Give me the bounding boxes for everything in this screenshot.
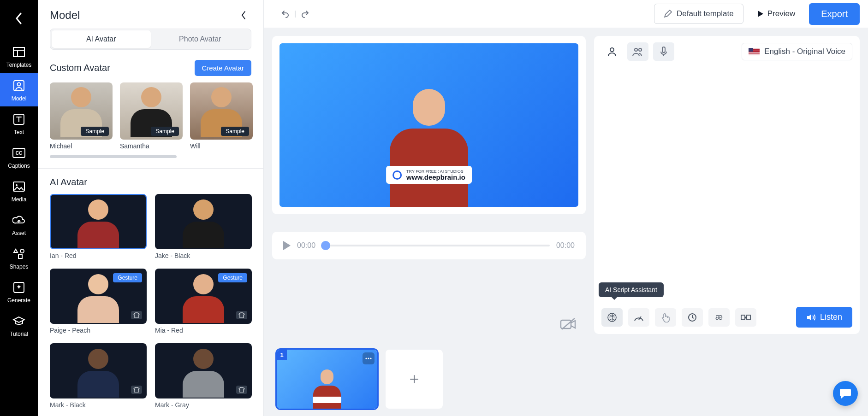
- ai-avatar-title: AI Avatar: [50, 177, 87, 187]
- nav-text[interactable]: Text: [0, 106, 38, 140]
- custom-avatar-card[interactable]: Sample Samantha: [120, 82, 183, 150]
- panel-collapse-button[interactable]: [236, 7, 251, 23]
- single-speaker-button[interactable]: [601, 42, 623, 61]
- ai-avatar-name: Mark - Black: [50, 401, 147, 409]
- custom-avatar-name: Michael: [50, 142, 113, 150]
- layout-icon: [12, 46, 25, 59]
- ai-avatar-card[interactable]: Jake - Black: [155, 194, 252, 265]
- listen-label: Listen: [820, 312, 842, 322]
- scene-menu-button[interactable]: [363, 352, 375, 364]
- ai-assist-icon: [607, 312, 617, 322]
- nav-model[interactable]: Model: [0, 73, 38, 106]
- undo-button[interactable]: [280, 9, 290, 18]
- camera-off-icon: [560, 317, 577, 331]
- nav-media[interactable]: Media: [0, 174, 38, 207]
- horizontal-scrollbar[interactable]: [50, 155, 177, 158]
- nav-label: Model: [12, 95, 27, 102]
- voice-input-button[interactable]: [653, 42, 674, 61]
- nav-label: Tutorial: [10, 331, 28, 337]
- nav-templates[interactable]: Templates: [0, 39, 38, 73]
- ai-avatar-card[interactable]: Mark - Gray: [155, 343, 252, 414]
- seek-handle[interactable]: [321, 241, 330, 250]
- ai-avatar-card[interactable]: Gesture Mia - Red: [155, 269, 252, 340]
- back-button[interactable]: [10, 9, 28, 28]
- svg-point-16: [635, 48, 637, 51]
- nav-label: Media: [12, 196, 27, 203]
- script-textarea[interactable]: [601, 65, 852, 307]
- tab-ai-avatar[interactable]: AI Avatar: [52, 30, 151, 48]
- pronunciation-button[interactable]: æ: [708, 308, 730, 327]
- svg-rect-0: [13, 47, 24, 57]
- tooltip: AI Script Assistant: [599, 282, 664, 297]
- svg-point-4: [18, 83, 21, 86]
- chat-icon: [839, 388, 851, 399]
- svg-point-25: [368, 357, 369, 359]
- scene-number: 1: [277, 350, 287, 360]
- custom-avatar-name: Will: [190, 142, 253, 150]
- translate-button[interactable]: [735, 308, 756, 327]
- shirt-icon: [236, 386, 247, 394]
- ai-avatar-card[interactable]: Gesture Paige - Peach: [50, 269, 147, 340]
- svg-point-17: [639, 48, 642, 51]
- svg-point-15: [610, 48, 614, 52]
- speaker-icon: [806, 313, 815, 322]
- plus-icon: [410, 375, 419, 384]
- custom-avatar-card[interactable]: Sample Michael: [50, 82, 113, 150]
- scene-1[interactable]: 1: [277, 350, 377, 409]
- ai-avatar-card[interactable]: Ian - Red: [50, 194, 147, 265]
- people-icon: [632, 47, 643, 56]
- add-scene-button[interactable]: [386, 350, 443, 409]
- image-icon: [12, 180, 25, 193]
- multi-speaker-button[interactable]: [627, 42, 648, 61]
- nav-tutorial[interactable]: Tutorial: [0, 308, 38, 342]
- nav-label: Asset: [12, 230, 26, 236]
- overlay-big: www.deepbrain.io: [406, 174, 465, 182]
- nav-asset[interactable]: Asset: [0, 207, 38, 241]
- gesture-button[interactable]: [655, 308, 676, 327]
- play-button[interactable]: [283, 241, 291, 250]
- redo-button[interactable]: [301, 9, 310, 18]
- speed-button[interactable]: [628, 308, 649, 327]
- custom-avatar-card[interactable]: Sample Will: [190, 82, 253, 150]
- person-icon: [607, 47, 617, 56]
- gesture-badge: Gesture: [218, 273, 247, 282]
- nav-shapes[interactable]: Shapes: [0, 241, 38, 275]
- pause-button[interactable]: [682, 308, 703, 327]
- scene-watermark: [313, 397, 341, 403]
- tab-photo-avatar[interactable]: Photo Avatar: [151, 30, 250, 48]
- shirt-icon: [131, 386, 142, 394]
- panel-title: Model: [50, 9, 80, 22]
- gesture-icon: [661, 312, 670, 322]
- svg-rect-22: [741, 315, 745, 320]
- svg-rect-23: [747, 315, 750, 320]
- listen-button[interactable]: Listen: [796, 307, 852, 328]
- create-avatar-button[interactable]: Create Avatar: [195, 60, 251, 76]
- nav-captions[interactable]: CC Captions: [0, 140, 38, 174]
- ai-avatar-name: Mark - Gray: [155, 401, 252, 409]
- svg-point-10: [20, 249, 24, 253]
- template-label: Default template: [677, 9, 734, 18]
- topbar: | Default template Preview Export: [264, 0, 868, 28]
- canvas-preview[interactable]: TRY FOR FREE : AI STUDIOS www.deepbrain.…: [272, 36, 586, 214]
- seek-track[interactable]: [322, 245, 550, 246]
- clock-icon: [688, 313, 697, 322]
- preview-button[interactable]: Preview: [749, 4, 803, 23]
- camera-off-button[interactable]: [560, 317, 577, 331]
- ai-script-assistant-button[interactable]: [601, 308, 623, 327]
- ai-avatar-name: Mia - Red: [155, 327, 252, 334]
- shirt-icon: [131, 311, 142, 319]
- shapes-icon: [12, 247, 25, 260]
- help-chat-button[interactable]: [833, 381, 858, 406]
- timeline-player: 00:00 00:00: [272, 232, 586, 259]
- nav-generate[interactable]: Generate: [0, 275, 38, 308]
- dots-icon: [365, 357, 372, 359]
- language-select[interactable]: English - Original Voice: [742, 43, 852, 60]
- time-current: 00:00: [297, 241, 315, 250]
- svg-text:CC: CC: [16, 151, 22, 156]
- nav-label: Captions: [8, 163, 30, 169]
- user-box-icon: [12, 79, 25, 92]
- default-template-button[interactable]: Default template: [654, 4, 743, 24]
- ai-avatar-card[interactable]: Mark - Black: [50, 343, 147, 414]
- export-button[interactable]: Export: [809, 3, 860, 25]
- play-icon: [757, 10, 764, 18]
